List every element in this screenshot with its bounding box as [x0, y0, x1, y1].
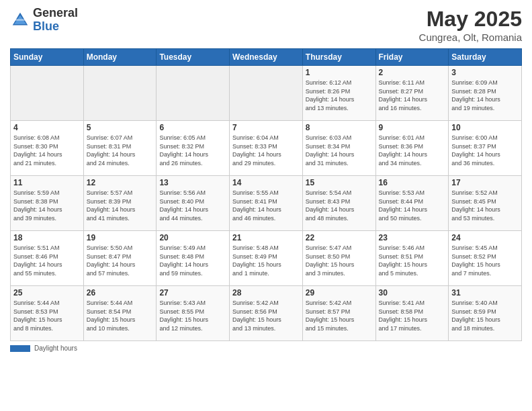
calendar-cell: 20Sunrise: 5:49 AM Sunset: 8:48 PM Dayli…	[157, 231, 230, 286]
calendar-week-3: 11Sunrise: 5:59 AM Sunset: 8:38 PM Dayli…	[11, 176, 522, 231]
day-info: Sunrise: 5:44 AM Sunset: 8:53 PM Dayligh…	[13, 299, 81, 332]
day-number: 7	[232, 123, 300, 132]
calendar-cell: 22Sunrise: 5:47 AM Sunset: 8:50 PM Dayli…	[302, 231, 375, 286]
day-info: Sunrise: 5:59 AM Sunset: 8:38 PM Dayligh…	[13, 189, 81, 222]
calendar-cell: 14Sunrise: 5:55 AM Sunset: 8:41 PM Dayli…	[230, 176, 303, 231]
day-info: Sunrise: 5:40 AM Sunset: 8:59 PM Dayligh…	[451, 299, 519, 332]
col-header-wednesday: Wednesday	[230, 49, 303, 66]
calendar-cell: 23Sunrise: 5:46 AM Sunset: 8:51 PM Dayli…	[375, 231, 449, 286]
calendar-table: SundayMondayTuesdayWednesdayThursdayFrid…	[10, 48, 522, 341]
day-info: Sunrise: 5:49 AM Sunset: 8:48 PM Dayligh…	[159, 244, 226, 277]
day-info: Sunrise: 5:43 AM Sunset: 8:55 PM Dayligh…	[159, 299, 226, 332]
day-number: 31	[451, 288, 519, 298]
calendar-cell: 9Sunrise: 6:01 AM Sunset: 8:36 PM Daylig…	[375, 121, 449, 176]
calendar-cell: 26Sunrise: 5:44 AM Sunset: 8:54 PM Dayli…	[83, 286, 157, 341]
day-number: 4	[13, 123, 81, 132]
calendar-cell: 12Sunrise: 5:57 AM Sunset: 8:39 PM Dayli…	[83, 176, 157, 231]
day-number: 23	[379, 233, 446, 242]
day-number: 11	[13, 178, 81, 187]
day-number: 22	[306, 233, 373, 242]
col-header-thursday: Thursday	[302, 49, 375, 66]
day-info: Sunrise: 6:07 AM Sunset: 8:31 PM Dayligh…	[87, 134, 154, 167]
day-number: 8	[306, 123, 373, 132]
day-number: 28	[232, 288, 300, 298]
day-number: 14	[232, 178, 300, 187]
header: General Blue May 2025 Cungrea, Olt, Roma…	[10, 7, 522, 43]
day-info: Sunrise: 5:55 AM Sunset: 8:41 PM Dayligh…	[232, 189, 300, 222]
calendar-cell: 29Sunrise: 5:42 AM Sunset: 8:57 PM Dayli…	[302, 286, 375, 341]
day-number: 20	[159, 233, 226, 242]
day-number: 16	[379, 178, 446, 187]
day-info: Sunrise: 5:42 AM Sunset: 8:56 PM Dayligh…	[232, 299, 300, 332]
day-number: 21	[232, 233, 300, 242]
day-info: Sunrise: 5:48 AM Sunset: 8:49 PM Dayligh…	[232, 244, 300, 277]
day-info: Sunrise: 6:00 AM Sunset: 8:37 PM Dayligh…	[451, 134, 519, 167]
day-info: Sunrise: 5:51 AM Sunset: 8:46 PM Dayligh…	[13, 244, 81, 277]
logo-general-text: General	[33, 6, 78, 19]
calendar-week-5: 25Sunrise: 5:44 AM Sunset: 8:53 PM Dayli…	[11, 286, 522, 341]
day-number: 13	[159, 178, 226, 187]
logo-icon	[10, 10, 30, 30]
calendar-cell: 17Sunrise: 5:52 AM Sunset: 8:45 PM Dayli…	[449, 176, 522, 231]
day-number: 25	[13, 288, 81, 298]
day-info: Sunrise: 6:01 AM Sunset: 8:36 PM Dayligh…	[379, 134, 446, 167]
calendar-cell	[230, 66, 303, 121]
day-info: Sunrise: 5:42 AM Sunset: 8:57 PM Dayligh…	[306, 299, 373, 332]
day-info: Sunrise: 5:54 AM Sunset: 8:43 PM Dayligh…	[306, 189, 373, 222]
day-number: 17	[451, 178, 519, 187]
footer-bar	[10, 345, 30, 352]
day-info: Sunrise: 5:41 AM Sunset: 8:58 PM Dayligh…	[379, 299, 446, 332]
calendar-cell: 13Sunrise: 5:56 AM Sunset: 8:40 PM Dayli…	[157, 176, 230, 231]
calendar-subtitle: Cungrea, Olt, Romania	[419, 32, 522, 43]
day-info: Sunrise: 5:50 AM Sunset: 8:47 PM Dayligh…	[87, 244, 154, 277]
col-header-friday: Friday	[375, 49, 449, 66]
svg-rect-2	[15, 19, 26, 20]
calendar-cell: 11Sunrise: 5:59 AM Sunset: 8:38 PM Dayli…	[11, 176, 84, 231]
day-info: Sunrise: 5:52 AM Sunset: 8:45 PM Dayligh…	[451, 189, 519, 222]
calendar-cell: 2Sunrise: 6:11 AM Sunset: 8:27 PM Daylig…	[375, 66, 449, 121]
day-info: Sunrise: 6:05 AM Sunset: 8:32 PM Dayligh…	[159, 134, 226, 167]
calendar-cell: 3Sunrise: 6:09 AM Sunset: 8:28 PM Daylig…	[449, 66, 522, 121]
footer-label: Daylight hours	[34, 345, 77, 352]
calendar-cell	[11, 66, 84, 121]
day-info: Sunrise: 6:12 AM Sunset: 8:26 PM Dayligh…	[306, 79, 373, 112]
calendar-cell: 24Sunrise: 5:45 AM Sunset: 8:52 PM Dayli…	[449, 231, 522, 286]
logo-text: General Blue	[33, 7, 78, 34]
calendar-cell: 25Sunrise: 5:44 AM Sunset: 8:53 PM Dayli…	[11, 286, 84, 341]
calendar-cell: 19Sunrise: 5:50 AM Sunset: 8:47 PM Dayli…	[83, 231, 157, 286]
day-number: 12	[87, 178, 154, 187]
day-number: 2	[379, 68, 446, 77]
col-header-tuesday: Tuesday	[157, 49, 230, 66]
calendar-cell: 30Sunrise: 5:41 AM Sunset: 8:58 PM Dayli…	[375, 286, 449, 341]
day-number: 6	[159, 123, 226, 132]
day-number: 27	[159, 288, 226, 298]
calendar-cell: 4Sunrise: 6:08 AM Sunset: 8:30 PM Daylig…	[11, 121, 84, 176]
calendar-cell: 7Sunrise: 6:04 AM Sunset: 8:33 PM Daylig…	[230, 121, 303, 176]
day-info: Sunrise: 6:09 AM Sunset: 8:28 PM Dayligh…	[451, 79, 519, 112]
calendar-cell: 5Sunrise: 6:07 AM Sunset: 8:31 PM Daylig…	[83, 121, 157, 176]
day-info: Sunrise: 6:03 AM Sunset: 8:34 PM Dayligh…	[306, 134, 373, 167]
day-info: Sunrise: 5:57 AM Sunset: 8:39 PM Dayligh…	[87, 189, 154, 222]
day-number: 18	[13, 233, 81, 242]
day-number: 15	[306, 178, 373, 187]
day-number: 3	[451, 68, 519, 77]
day-number: 10	[451, 123, 519, 132]
day-info: Sunrise: 5:44 AM Sunset: 8:54 PM Dayligh…	[87, 299, 154, 332]
calendar-week-4: 18Sunrise: 5:51 AM Sunset: 8:46 PM Dayli…	[11, 231, 522, 286]
day-number: 24	[451, 233, 519, 242]
day-info: Sunrise: 5:45 AM Sunset: 8:52 PM Dayligh…	[451, 244, 519, 277]
calendar-week-2: 4Sunrise: 6:08 AM Sunset: 8:30 PM Daylig…	[11, 121, 522, 176]
day-info: Sunrise: 5:46 AM Sunset: 8:51 PM Dayligh…	[379, 244, 446, 277]
calendar-week-1: 1Sunrise: 6:12 AM Sunset: 8:26 PM Daylig…	[11, 66, 522, 121]
footer: Daylight hours	[10, 345, 522, 352]
calendar-cell: 16Sunrise: 5:53 AM Sunset: 8:44 PM Dayli…	[375, 176, 449, 231]
day-info: Sunrise: 5:56 AM Sunset: 8:40 PM Dayligh…	[159, 189, 226, 222]
calendar-cell: 8Sunrise: 6:03 AM Sunset: 8:34 PM Daylig…	[302, 121, 375, 176]
calendar-cell: 15Sunrise: 5:54 AM Sunset: 8:43 PM Dayli…	[302, 176, 375, 231]
calendar-header-row: SundayMondayTuesdayWednesdayThursdayFrid…	[11, 49, 522, 66]
day-info: Sunrise: 5:53 AM Sunset: 8:44 PM Dayligh…	[379, 189, 446, 222]
calendar-cell	[83, 66, 157, 121]
day-info: Sunrise: 6:11 AM Sunset: 8:27 PM Dayligh…	[379, 79, 446, 112]
calendar-cell: 1Sunrise: 6:12 AM Sunset: 8:26 PM Daylig…	[302, 66, 375, 121]
day-number: 1	[306, 68, 373, 77]
